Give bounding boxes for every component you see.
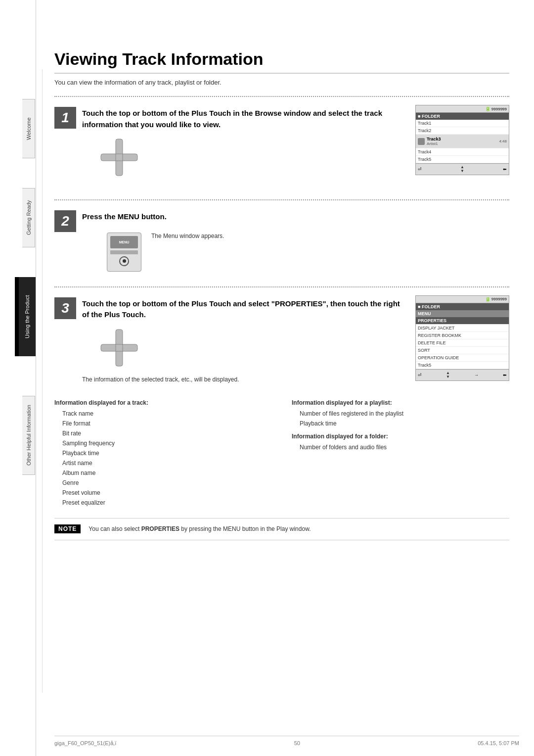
track-info-item: Genre <box>62 478 272 487</box>
track-col-title: Information displayed for a track: <box>54 399 272 406</box>
nav-arrows-3: ▲ ▼ <box>446 371 450 379</box>
menu-item-display-jacket: DISPLAY JACKET <box>416 325 509 332</box>
return-icon-3: ⏎ <box>418 373 422 378</box>
menu-item-sort: SORT <box>416 347 509 354</box>
step-3-heading: Touch the top or bottom of the Plus Touc… <box>82 295 400 321</box>
menu-button-dot <box>123 259 126 263</box>
track-info-item: Sampling frequency <box>62 439 272 448</box>
playlist-info-item: Number of files registered in the playli… <box>300 409 509 418</box>
step-2-number: 2 <box>54 210 76 232</box>
nav-down-3: ▼ <box>446 375 450 379</box>
sidebar-tab-using-product[interactable]: Using the Product <box>19 277 36 356</box>
step-2-sub-text: The Menu window appears. <box>151 233 224 239</box>
device-bottom-bar-1: ⏎ ▲ ▼ ⬅ <box>416 163 509 175</box>
track-3-time: 4:48 <box>499 139 507 143</box>
step-2-divider <box>54 199 509 200</box>
device-folder-label-3: ■ FOLDER <box>416 303 509 310</box>
footer-center: 50 <box>294 740 300 746</box>
track-5: Track5 <box>416 156 509 163</box>
step-2-section: 2 Press the MENU button. MENU <box>54 199 509 272</box>
footer: giga_F60_OP50_51(E)å,ï 50 05.4.15, 5:07 … <box>54 736 519 746</box>
device-screen-step3: 🔋 9999999 ■ FOLDER MENU PROPERTIES DISPL… <box>415 295 509 381</box>
step-1-section: 1 Touch the top or bottom of the Plus To… <box>54 96 509 185</box>
nav-right-3: → <box>474 373 479 378</box>
track-3-artist: Artist1 <box>427 142 497 146</box>
folder-info-list: Number of folders and audio files <box>292 443 509 452</box>
step-3-body-text: The information of the selected track, e… <box>82 375 400 384</box>
playlist-col-title: Information displayed for a playlist: <box>292 399 509 406</box>
device-body-line <box>110 250 138 254</box>
step-3-number: 3 <box>54 297 76 319</box>
folder-info-item: Number of folders and audio files <box>300 443 509 452</box>
track-info-item: Track name <box>62 409 272 418</box>
footer-right: 05.4.15, 5:07 PM <box>478 740 519 746</box>
device-folder-label: ■ FOLDER <box>416 113 509 120</box>
track-info-item: Bit rate <box>62 429 272 438</box>
note-section: NOTE You can also select PROPERTIES by p… <box>54 518 509 540</box>
main-content: Viewing Track Information You can view t… <box>54 49 509 540</box>
device-battery-bar-3: 🔋 9999999 <box>416 296 509 303</box>
track-info-list: Track name File format Bit rate Sampling… <box>54 409 272 507</box>
device-menu-list: PROPERTIES DISPLAY JACKET REGISTER BOOKM… <box>416 317 509 369</box>
intro-text: You can view the information of any trac… <box>54 79 509 86</box>
footer-left: giga_F60_OP50_51(E)å,ï <box>54 740 116 746</box>
tab-welcome-label: Welcome <box>26 117 32 140</box>
note-text: You can also select PROPERTIES by pressi… <box>89 524 311 534</box>
step-1-divider <box>54 96 509 97</box>
plus-icon-step1 <box>97 135 141 180</box>
back-icon-3: ⬅ <box>503 373 507 378</box>
plus-icon-step3 <box>97 326 141 370</box>
tab-getting-ready-label: Getting Ready <box>26 200 32 235</box>
info-columns: Information displayed for a track: Track… <box>54 399 509 508</box>
device-screen-step1: 🔋 9999999 ■ FOLDER Track1 Track2 <box>415 105 509 175</box>
menu-device-illustration: MENU <box>107 233 141 272</box>
step-3-divider <box>54 286 509 287</box>
nav-arrows: ▲ ▼ <box>460 165 464 173</box>
device-menu-header: MENU <box>416 310 509 317</box>
playlist-folder-column: Information displayed for a playlist: Nu… <box>292 399 509 508</box>
battery-icon: 🔋 <box>485 106 490 111</box>
menu-button-circle <box>119 256 129 266</box>
track-info-item: Preset equalizer <box>62 498 272 507</box>
battery-icon-3: 🔋 <box>485 297 490 302</box>
menu-item-properties: PROPERTIES <box>416 317 509 325</box>
tab-other-helpful-label: Other Helpful Information <box>26 405 32 466</box>
page-title: Viewing Track Information <box>54 49 509 74</box>
track-info-item: File format <box>62 419 272 428</box>
playlist-info-list: Number of files registered in the playli… <box>292 409 509 428</box>
device-track5: Track5 <box>416 362 509 369</box>
tab-using-product-label: Using the Product <box>24 295 30 338</box>
sidebar-tab-other-helpful[interactable]: Other Helpful Information <box>22 396 35 475</box>
device-battery-bar: 🔋 9999999 <box>416 105 509 113</box>
menu-label-on-device: MENU <box>119 240 130 244</box>
left-border-line <box>36 0 36 756</box>
track-3-info: Track3 Artist1 <box>427 137 497 146</box>
return-icon: ⏎ <box>418 167 422 172</box>
track-3-name: Track3 <box>427 137 497 142</box>
menu-item-register-bookmk: REGISTER BOOKMK <box>416 332 509 339</box>
svg-rect-1 <box>101 154 137 161</box>
track-info-item: Album name <box>62 469 272 477</box>
sidebar-tab-getting-ready[interactable]: Getting Ready <box>22 188 35 247</box>
battery-level: 9999999 <box>491 107 507 111</box>
folder-col-title: Information displayed for a folder: <box>292 433 509 440</box>
track-info-column: Information displayed for a track: Track… <box>54 399 272 508</box>
nav-down: ▼ <box>460 169 464 173</box>
note-label: NOTE <box>54 524 81 533</box>
left-border-line2 <box>42 69 43 693</box>
battery-level-3: 9999999 <box>491 297 507 301</box>
music-note-icon <box>418 138 425 145</box>
sidebar-tab-welcome[interactable]: Welcome <box>22 99 35 158</box>
track-3-selected: Track3 Artist1 4:48 <box>416 135 509 148</box>
step-1-number: 1 <box>54 107 76 129</box>
playlist-info-item: Playback time <box>300 419 509 428</box>
track-4: Track4 <box>416 148 509 156</box>
step-3-section: 3 Touch the top or bottom of the Plus To… <box>54 286 509 384</box>
step-2-heading: Press the MENU button. <box>82 208 509 223</box>
device-bottom-bar-3: ⏎ ▲ ▼ → ⬅ <box>416 369 509 380</box>
back-icon: ⬅ <box>503 167 507 172</box>
track-info-item: Preset volume <box>62 488 272 497</box>
menu-item-delete-file: DELETE FILE <box>416 339 509 347</box>
track-info-item: Playback time <box>62 449 272 458</box>
track-2: Track2 <box>416 127 509 135</box>
